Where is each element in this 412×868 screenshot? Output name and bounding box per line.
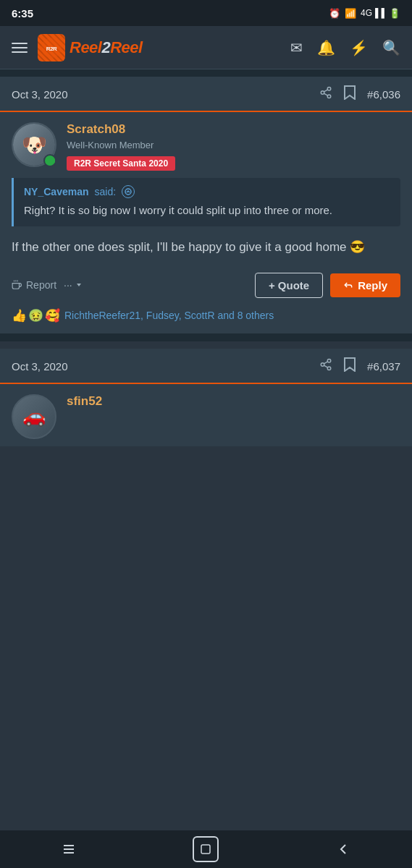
svg-text:R2R: R2R: [46, 46, 57, 52]
home-circle: [193, 836, 219, 862]
online-badge-1: [43, 154, 56, 167]
status-bar: 6:35 ⏰ 📶 4G▐▐ 🔋: [0, 0, 412, 26]
reaction-emoji-sick: 🤢: [28, 308, 43, 323]
post-author-area-1: 🐶 Scratch08 Well-Known Member R2R Secret…: [0, 112, 412, 178]
status-icons: ⏰ 📶 4G▐▐ 🔋: [329, 8, 400, 19]
quote-text-1: Right? It is so big now I worry it could…: [24, 203, 390, 219]
quote-author-line-1: NY_Caveman said:: [24, 185, 390, 198]
svg-line-6: [324, 90, 328, 92]
navbar: R2R Reel2Reel ✉ 🔔 ⚡ 🔍: [0, 26, 412, 69]
reactions-names[interactable]: RichtheReefer21, Fudsey, ScottR: [64, 310, 215, 321]
bottom-menu-button[interactable]: [53, 833, 85, 865]
post-header-2: Oct 3, 2020 #6,037: [0, 349, 412, 384]
post-number-1: #6,036: [367, 88, 400, 101]
status-time: 6:35: [12, 7, 33, 20]
reactions-others: and 8 others: [217, 310, 274, 321]
post-header-1: Oct 3, 2020 #6,036: [0, 77, 412, 112]
quote-author-name-1[interactable]: NY_Caveman: [24, 186, 89, 197]
svg-line-17: [324, 362, 328, 364]
site-logo[interactable]: R2R Reel2Reel: [38, 34, 143, 61]
signal-bars-icon: 4G▐▐: [361, 8, 384, 18]
quote-said-1: said:: [95, 186, 117, 197]
post-date-1: Oct 3, 2020: [12, 88, 68, 101]
svg-point-3: [321, 91, 324, 95]
author-badge-1: R2R Secret Santa 2020: [67, 156, 175, 171]
reaction-emoji-thumbs: 👍: [12, 308, 27, 323]
section-divider-2: [0, 334, 412, 341]
reply-button-1[interactable]: Reply: [330, 273, 400, 297]
svg-point-7: [46, 158, 50, 163]
battery-icon: 🔋: [389, 8, 400, 19]
post-header-actions-1: #6,036: [319, 85, 400, 103]
bell-icon[interactable]: 🔔: [317, 39, 335, 56]
svg-point-14: [321, 363, 324, 367]
reaction-emojis-1[interactable]: 👍 🤢 🥰: [12, 308, 60, 323]
avatar-2[interactable]: 🚗: [12, 394, 56, 439]
more-dots: ···: [64, 279, 72, 291]
report-button-1[interactable]: Report: [12, 279, 56, 291]
author-info-2: sfin52: [67, 394, 102, 409]
author-info-1: Scratch08 Well-Known Member R2R Secret S…: [67, 122, 175, 171]
nav-actions: ✉ 🔔 ⚡ 🔍: [290, 39, 400, 56]
alarm-icon: ⏰: [329, 8, 340, 19]
share-icon-2[interactable]: [319, 358, 332, 375]
svg-point-13: [327, 359, 331, 362]
bookmark-icon[interactable]: [344, 85, 356, 103]
bottom-bar: [0, 830, 412, 868]
section-divider: [0, 69, 412, 77]
svg-line-5: [324, 93, 328, 95]
author-name-1[interactable]: Scratch08: [67, 122, 175, 137]
report-label: Report: [26, 279, 56, 291]
svg-marker-12: [77, 284, 81, 286]
post-body-text-1: If the other one does split, I'll be hap…: [12, 240, 365, 254]
logo-icon: R2R: [38, 34, 65, 61]
svg-rect-21: [201, 845, 210, 854]
quote-block-1: NY_Caveman said: Right? It is so big now…: [12, 178, 400, 226]
reactions-row-1: 👍 🤢 🥰 RichtheReefer21, Fudsey, ScottR an…: [0, 308, 412, 333]
bottom-home-button[interactable]: [190, 833, 222, 865]
hamburger-menu-button[interactable]: [12, 43, 28, 53]
reactions-text-1: RichtheReefer21, Fudsey, ScottR and 8 ot…: [64, 310, 274, 321]
more-options-button-1[interactable]: ···: [64, 279, 83, 291]
post-author-area-2: 🚗 sfin52: [0, 384, 412, 446]
svg-point-15: [327, 367, 331, 370]
svg-point-2: [327, 88, 331, 91]
bottom-back-button[interactable]: [327, 833, 359, 865]
reply-label: Reply: [358, 279, 387, 292]
post-date-2: Oct 3, 2020: [12, 360, 68, 373]
post-header-actions-2: #6,037: [319, 357, 400, 375]
avatar-wrap-1: 🐶: [12, 122, 56, 167]
post-number-2: #6,037: [367, 360, 400, 373]
post-card-1: Oct 3, 2020 #6,036 🐶: [0, 77, 412, 334]
share-icon[interactable]: [319, 86, 332, 103]
svg-point-4: [327, 95, 331, 98]
quote-button-1[interactable]: + Quote: [255, 273, 323, 298]
brand-name: Reel2Reel: [70, 38, 143, 57]
reaction-emoji-love: 🥰: [45, 308, 60, 323]
mail-icon[interactable]: ✉: [290, 39, 303, 56]
svg-line-16: [324, 365, 328, 367]
quote-up-icon[interactable]: [122, 185, 135, 198]
wifi-icon: 📶: [345, 8, 356, 19]
post-card-2: Oct 3, 2020 #6,037 🚗 sfin52: [0, 349, 412, 446]
post-body-1: If the other one does split, I'll be hap…: [0, 235, 412, 267]
author-role-1: Well-Known Member: [67, 140, 175, 150]
post-actions-1: Report ··· + Quote Reply: [0, 267, 412, 308]
search-icon[interactable]: 🔍: [382, 39, 400, 56]
bolt-icon[interactable]: ⚡: [350, 39, 368, 56]
bookmark-icon-2[interactable]: [344, 357, 356, 375]
author-name-2[interactable]: sfin52: [67, 394, 102, 409]
